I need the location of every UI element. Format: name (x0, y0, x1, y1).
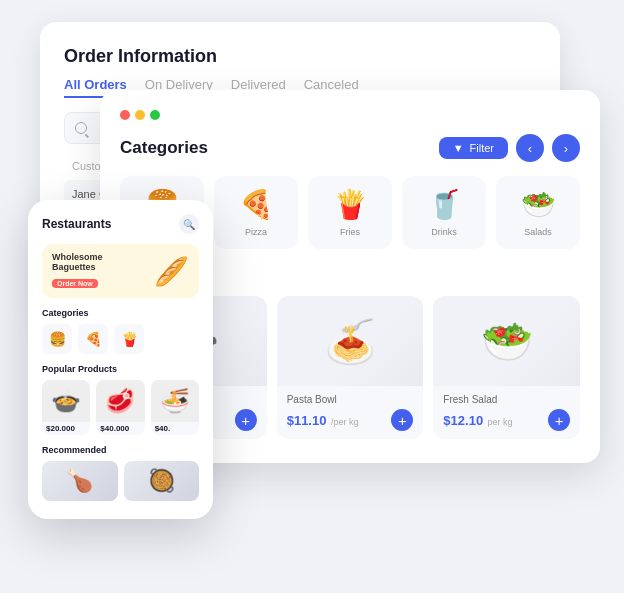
product-image: 🥗 (433, 296, 580, 386)
page-title: Order Information (64, 46, 536, 67)
product-info: Pasta Bowl $11.10 /per kg + (277, 386, 424, 439)
categories-title: Categories (120, 138, 208, 158)
add-to-cart-button[interactable]: + (548, 409, 570, 431)
category-item[interactable]: 🥤 Drinks (402, 176, 486, 249)
category-icon: 🥗 (521, 188, 556, 221)
product-price: $12.10 (443, 413, 483, 428)
category-label: Drinks (431, 227, 457, 237)
product-unit: per kg (488, 417, 513, 427)
mobile-categories-title: Categories (42, 308, 199, 318)
recommended-image: 🍗 (42, 461, 118, 501)
popular-title: Popular Products (42, 364, 199, 374)
search-icon[interactable]: 🔍 (179, 214, 199, 234)
category-icon: 🥤 (427, 188, 462, 221)
product-name: Pasta Bowl (287, 394, 414, 405)
add-to-cart-button[interactable]: + (235, 409, 257, 431)
mobile-product-price: $40. (151, 422, 199, 435)
mobile-categories-row: 🍔 🍕 🍟 (42, 324, 199, 354)
mobile-product-price: $20.000 (42, 422, 90, 435)
product-unit: /per kg (331, 417, 359, 427)
product-card[interactable]: 🥗 Fresh Salad $12.10 per kg + (433, 296, 580, 439)
featured-image: 🥖 (154, 255, 189, 288)
recommended-card[interactable]: 🥘 (124, 461, 200, 501)
close-dot (120, 110, 130, 120)
mobile-title: Restaurants (42, 217, 111, 231)
recommended-image: 🥘 (124, 461, 200, 501)
product-price-row: $12.10 per kg + (443, 409, 570, 431)
mobile-product-image: 🍲 (42, 380, 90, 422)
mobile-products-row: 🍲 $20.000 🥩 $40.000 🍜 $40. (42, 380, 199, 435)
mobile-app-card: Restaurants 🔍 Wholesome Baguettes Order … (28, 200, 213, 519)
window-controls (120, 110, 580, 120)
mobile-category-item[interactable]: 🍔 (42, 324, 72, 354)
mobile-product-image: 🍜 (151, 380, 199, 422)
categories-header: Categories ▼ Filter ‹ › (120, 134, 580, 162)
product-image: 🍝 (277, 296, 424, 386)
header-controls: ▼ Filter ‹ › (439, 134, 580, 162)
recommended-title: Recommended (42, 445, 199, 455)
mobile-product-card[interactable]: 🥩 $40.000 (96, 380, 144, 435)
mobile-category-item[interactable]: 🍟 (114, 324, 144, 354)
prev-button[interactable]: ‹ (516, 134, 544, 162)
mobile-header: Restaurants 🔍 (42, 214, 199, 234)
mobile-category-item[interactable]: 🍕 (78, 324, 108, 354)
category-icon: 🍕 (239, 188, 274, 221)
search-icon (75, 122, 87, 134)
recommended-row: 🍗 🥘 (42, 461, 199, 501)
mobile-product-image: 🥩 (96, 380, 144, 422)
product-price-group: $12.10 per kg (443, 411, 512, 429)
recommended-card[interactable]: 🍗 (42, 461, 118, 501)
filter-label: Filter (470, 142, 494, 154)
featured-badge: Order Now (52, 279, 98, 288)
featured-name: Wholesome Baguettes (52, 252, 148, 272)
product-price-group: $11.10 /per kg (287, 411, 359, 429)
filter-icon: ▼ (453, 142, 464, 154)
filter-button[interactable]: ▼ Filter (439, 137, 508, 159)
expand-dot (150, 110, 160, 120)
product-card[interactable]: 🍝 Pasta Bowl $11.10 /per kg + (277, 296, 424, 439)
category-item[interactable]: 🍟 Fries (308, 176, 392, 249)
category-icon: 🍟 (333, 188, 368, 221)
mobile-product-card[interactable]: 🍜 $40. (151, 380, 199, 435)
category-item[interactable]: 🍕 Pizza (214, 176, 298, 249)
product-price: $11.10 (287, 413, 327, 428)
featured-card[interactable]: Wholesome Baguettes Order Now 🥖 (42, 244, 199, 298)
category-label: Salads (524, 227, 552, 237)
minimize-dot (135, 110, 145, 120)
category-item[interactable]: 🥗 Salads (496, 176, 580, 249)
add-to-cart-button[interactable]: + (391, 409, 413, 431)
product-name: Fresh Salad (443, 394, 570, 405)
next-button[interactable]: › (552, 134, 580, 162)
category-label: Pizza (245, 227, 267, 237)
product-price-row: $11.10 /per kg + (287, 409, 414, 431)
mobile-product-card[interactable]: 🍲 $20.000 (42, 380, 90, 435)
featured-info: Wholesome Baguettes Order Now (52, 252, 148, 290)
product-info: Fresh Salad $12.10 per kg + (433, 386, 580, 439)
category-label: Fries (340, 227, 360, 237)
mobile-product-price: $40.000 (96, 422, 144, 435)
